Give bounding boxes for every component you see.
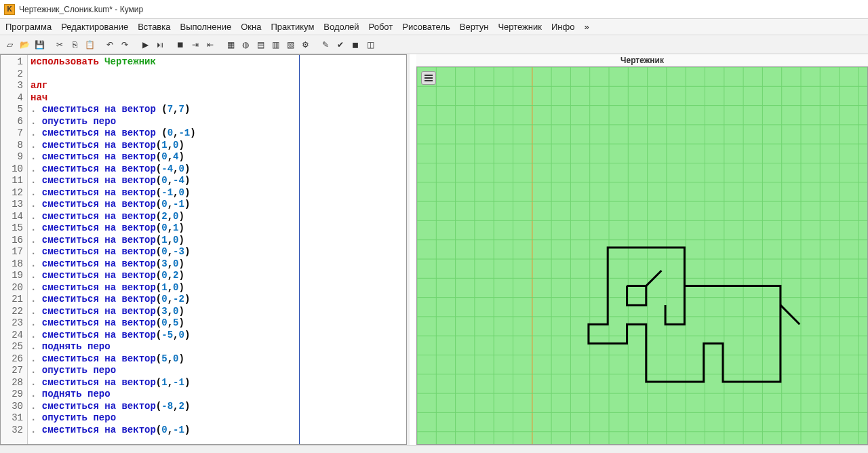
editor-divider (299, 55, 300, 444)
menu-item-Выполнение[interactable]: Выполнение (180, 22, 231, 32)
break2-icon[interactable]: ⇤ (203, 38, 217, 52)
grid1-icon[interactable]: ▦ (224, 38, 237, 52)
drawing-panel-title: Чертежник (416, 54, 868, 66)
drawing (417, 67, 867, 444)
toolbar: ▱📂💾✂⎘📋↶↷▶⏯⏹⇥⇤▦◍▤▥▧⚙✎✔◼◫ (0, 35, 868, 54)
table3-icon[interactable]: ▧ (283, 38, 297, 52)
drawing-canvas[interactable] (416, 66, 868, 445)
redo-icon[interactable]: ↷ (118, 38, 132, 52)
menu-item-Редактирование[interactable]: Редактирование (61, 22, 128, 32)
menu-item-Окна[interactable]: Окна (241, 22, 261, 32)
stop-icon[interactable]: ⏹ (174, 38, 187, 52)
line-gutter: 1234567891011121314151617181920212223242… (1, 55, 28, 444)
save-icon[interactable]: 💾 (33, 38, 46, 52)
check-icon[interactable]: ✔ (334, 38, 347, 52)
menu-item-Рисователь[interactable]: Рисователь (402, 22, 450, 32)
table1-icon[interactable]: ▤ (254, 38, 267, 52)
cut-icon[interactable]: ✂ (53, 38, 66, 52)
main-area: 1234567891011121314151617181920212223242… (0, 54, 868, 445)
new-icon[interactable]: ▱ (3, 38, 16, 52)
menu-item-Водолей[interactable]: Водолей (323, 22, 359, 32)
break1-icon[interactable]: ⇥ (189, 38, 202, 52)
menu-item-Вертун[interactable]: Вертун (460, 22, 489, 32)
menu-item-»[interactable]: » (584, 22, 589, 32)
globe-icon[interactable]: ◍ (239, 38, 252, 52)
window-title: Чертежник_Слоник.kum* - Кумир (19, 5, 143, 14)
right-column: Чертежник (416, 54, 868, 445)
menu-bar: ПрограммаРедактированиеВставкаВыполнение… (0, 19, 868, 35)
pencil-icon[interactable]: ✎ (319, 38, 332, 52)
green2-icon[interactable]: ◫ (363, 38, 377, 52)
copy-icon[interactable]: ⎘ (68, 38, 81, 52)
menu-item-Инфо[interactable]: Инфо (551, 22, 574, 32)
menu-item-Чертежник[interactable]: Чертежник (498, 22, 542, 32)
table2-icon[interactable]: ▥ (269, 38, 282, 52)
app-icon: K (4, 4, 15, 15)
menu-item-Программа[interactable]: Программа (5, 22, 52, 32)
green1-icon[interactable]: ◼ (349, 38, 362, 52)
menu-item-Вставка[interactable]: Вставка (138, 22, 170, 32)
undo-icon[interactable]: ↶ (103, 38, 117, 52)
menu-item-Практикум[interactable]: Практикум (271, 22, 314, 32)
splitter[interactable] (407, 54, 410, 445)
bug-icon[interactable]: ⚙ (298, 38, 312, 52)
open-icon[interactable]: 📂 (18, 38, 31, 52)
hamburger-menu-button[interactable] (421, 71, 436, 85)
run-icon[interactable]: ▶ (138, 38, 152, 52)
code-area[interactable]: использовать Чертежник алгнач. сместитьс… (28, 55, 406, 444)
step-icon[interactable]: ⏯ (153, 38, 167, 52)
paste-icon[interactable]: 📋 (83, 38, 96, 52)
menu-item-Робот[interactable]: Робот (369, 22, 393, 32)
status-bar (0, 445, 868, 453)
title-bar: K Чертежник_Слоник.kum* - Кумир (0, 0, 868, 19)
code-editor-pane: 1234567891011121314151617181920212223242… (0, 54, 407, 445)
